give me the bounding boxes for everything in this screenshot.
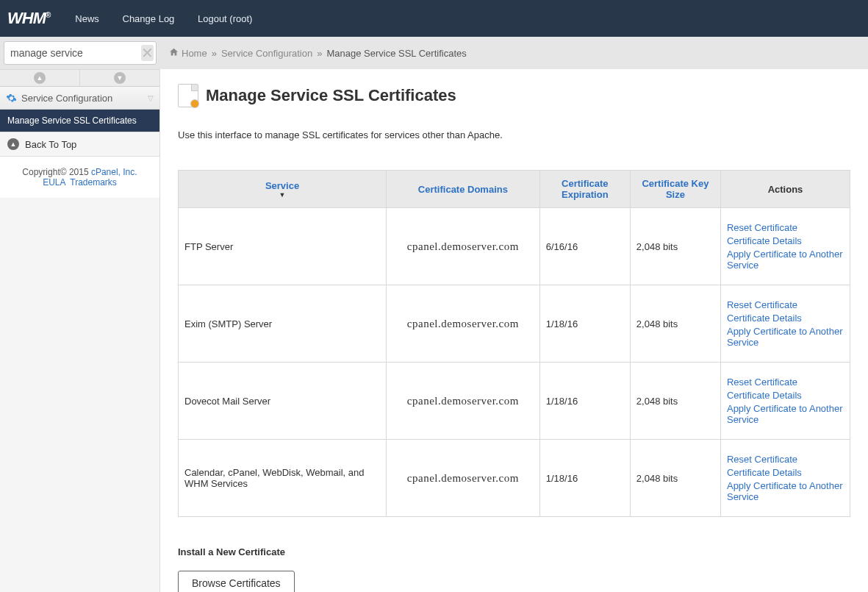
arrow-up-icon: ▲ <box>7 138 19 150</box>
search-clear-icon[interactable]: ✕ <box>141 45 154 61</box>
th-domains[interactable]: Certificate Domains <box>387 171 540 208</box>
cell-service: Dovecot Mail Server <box>179 363 387 440</box>
trademarks-link[interactable]: Trademarks <box>70 177 117 188</box>
certificates-table: Service ▼ Certificate Domains Certificat… <box>178 170 850 517</box>
gear-icon <box>6 93 17 104</box>
nav-news[interactable]: News <box>75 13 99 24</box>
th-keysize[interactable]: Certificate Key Size <box>630 171 720 208</box>
sidebar: ▲ ▼ Service Configuration ▽ Manage Servi… <box>0 69 160 592</box>
action-apply[interactable]: Apply Certificate to Another Service <box>727 403 844 425</box>
page-title: Manage Service SSL Certificates <box>206 86 456 105</box>
cell-actions: Reset CertificateCertificate DetailsAppl… <box>720 363 850 440</box>
table-row: Exim (SMTP) Servercpanel.demoserver.com1… <box>179 285 850 363</box>
sidebar-footer: Copyright© 2015 cPanel, Inc. EULA Tradem… <box>0 157 159 198</box>
page-title-row: Manage Service SSL Certificates <box>178 84 850 107</box>
cell-expiration: 1/18/16 <box>539 285 630 363</box>
cell-service: FTP Server <box>179 208 387 285</box>
chevron-down-icon: ▽ <box>148 94 154 102</box>
cpanel-link[interactable]: cPanel, Inc. <box>91 167 137 177</box>
table-row: Calendar, cPanel, WebDisk, Webmail, and … <box>179 440 850 517</box>
cell-keysize: 2,048 bits <box>630 285 720 363</box>
breadcrumb: Home » Service Configuration » Manage Se… <box>160 37 868 69</box>
cell-service: Calendar, cPanel, WebDisk, Webmail, and … <box>179 440 387 517</box>
subbar: ✕ Home » Service Configuration » Manage … <box>0 37 868 69</box>
whm-logo: WHM® <box>7 9 50 28</box>
eula-link[interactable]: EULA <box>43 177 65 188</box>
action-apply[interactable]: Apply Certificate to Another Service <box>727 326 844 348</box>
breadcrumb-sep: » <box>212 48 217 59</box>
cell-domain: cpanel.demoserver.com <box>387 440 540 517</box>
action-apply[interactable]: Apply Certificate to Another Service <box>727 480 844 502</box>
table-header-row: Service ▼ Certificate Domains Certificat… <box>179 171 850 208</box>
search-wrap: ✕ <box>0 37 160 69</box>
breadcrumb-sep: » <box>317 48 322 59</box>
cell-actions: Reset CertificateCertificate DetailsAppl… <box>720 208 850 285</box>
table-row: FTP Servercpanel.demoserver.com6/16/162,… <box>179 208 850 285</box>
action-details[interactable]: Certificate Details <box>727 390 844 401</box>
topnav: News Change Log Logout (root) <box>65 13 262 24</box>
sidebar-back-label: Back To Top <box>25 139 76 150</box>
table-row: Dovecot Mail Servercpanel.demoserver.com… <box>179 363 850 440</box>
install-heading: Install a New Certificate <box>178 546 850 557</box>
topbar: WHM® News Change Log Logout (root) <box>0 0 868 37</box>
action-details[interactable]: Certificate Details <box>727 467 844 478</box>
sidebar-collapse-down[interactable]: ▼ <box>80 70 159 86</box>
sidebar-back-to-top[interactable]: ▲ Back To Top <box>0 132 159 157</box>
cell-keysize: 2,048 bits <box>630 440 720 517</box>
sidebar-section-header[interactable]: Service Configuration ▽ <box>0 87 159 110</box>
cell-expiration: 1/18/16 <box>539 440 630 517</box>
th-expiration[interactable]: Certificate Expiration <box>539 171 630 208</box>
action-details[interactable]: Certificate Details <box>727 235 844 246</box>
action-reset[interactable]: Reset Certificate <box>727 299 844 310</box>
nav-changelog[interactable]: Change Log <box>123 13 175 24</box>
home-icon <box>169 47 179 59</box>
certificate-page-icon <box>178 84 198 107</box>
breadcrumb-home[interactable]: Home <box>182 48 207 59</box>
sidebar-item-manage-ssl[interactable]: Manage Service SSL Certificates <box>0 110 159 132</box>
sidebar-collapse-up[interactable]: ▲ <box>0 70 80 86</box>
th-service-label[interactable]: Service <box>265 180 299 191</box>
cell-domain: cpanel.demoserver.com <box>387 208 540 285</box>
action-apply[interactable]: Apply Certificate to Another Service <box>727 249 844 271</box>
search-box[interactable]: ✕ <box>4 41 157 65</box>
action-reset[interactable]: Reset Certificate <box>727 222 844 233</box>
copyright-text: Copyright© 2015 <box>22 167 91 177</box>
cell-domain: cpanel.demoserver.com <box>387 285 540 363</box>
search-input[interactable] <box>4 47 141 59</box>
cell-keysize: 2,048 bits <box>630 208 720 285</box>
cell-expiration: 1/18/16 <box>539 363 630 440</box>
browse-certificates-button[interactable]: Browse Certificates <box>178 571 295 592</box>
breadcrumb-current: Manage Service SSL Certificates <box>326 48 466 59</box>
sidebar-section-label: Service Configuration <box>21 93 112 104</box>
cell-actions: Reset CertificateCertificate DetailsAppl… <box>720 285 850 363</box>
cell-actions: Reset CertificateCertificate DetailsAppl… <box>720 440 850 517</box>
breadcrumb-section[interactable]: Service Configuration <box>221 48 312 59</box>
cell-expiration: 6/16/16 <box>539 208 630 285</box>
th-actions: Actions <box>720 171 850 208</box>
main-content: Manage Service SSL Certificates Use this… <box>160 69 868 592</box>
cell-service: Exim (SMTP) Server <box>179 285 387 363</box>
page-intro: Use this interface to manage SSL certifi… <box>178 129 850 140</box>
body-wrap: ▲ ▼ Service Configuration ▽ Manage Servi… <box>0 69 868 592</box>
action-details[interactable]: Certificate Details <box>727 313 844 324</box>
sidebar-arrow-strip: ▲ ▼ <box>0 69 159 87</box>
action-reset[interactable]: Reset Certificate <box>727 377 844 388</box>
action-reset[interactable]: Reset Certificate <box>727 454 844 465</box>
cell-domain: cpanel.demoserver.com <box>387 363 540 440</box>
cell-keysize: 2,048 bits <box>630 363 720 440</box>
th-service[interactable]: Service ▼ <box>179 171 387 208</box>
sort-desc-icon: ▼ <box>184 191 380 199</box>
nav-logout[interactable]: Logout (root) <box>198 13 252 24</box>
